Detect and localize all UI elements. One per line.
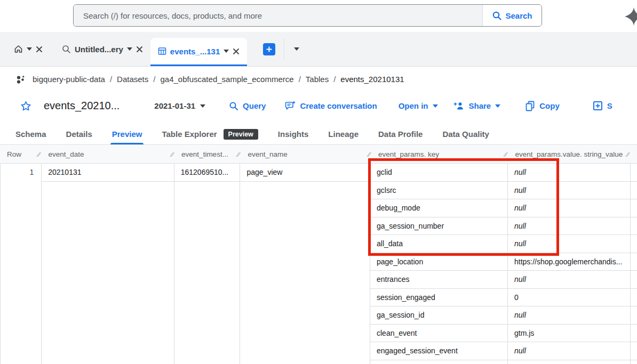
new-tab-button[interactable] [263, 43, 275, 55]
breadcrumb-tables[interactable]: Tables [306, 75, 329, 84]
tab-preview[interactable]: Preview [112, 124, 142, 144]
chevron-down-icon [200, 104, 205, 108]
event-date-cell: 20210131 [42, 164, 173, 182]
param-stub [631, 199, 637, 217]
divider [284, 39, 284, 59]
close-icon[interactable] [136, 46, 143, 53]
tab-data-profile[interactable]: Data Profile [378, 124, 423, 144]
tab-label: Table Explorer [162, 130, 217, 139]
bigquery-console: Search Untitled...ery [0, 0, 637, 364]
snapshot-button[interactable]: S [593, 101, 612, 111]
tab-insights[interactable]: Insights [278, 124, 309, 144]
tab-home[interactable] [14, 45, 43, 53]
param-value: null [508, 217, 631, 235]
event-name-column: page_view [240, 164, 370, 364]
row-number: 1 [1, 164, 41, 182]
param-stub [631, 360, 637, 364]
share-dropdown[interactable]: Share [453, 101, 501, 110]
search-icon [492, 11, 502, 21]
breadcrumb-separator: / [299, 75, 301, 84]
column-header-label: event_timest... [181, 150, 228, 158]
param-value: null [508, 182, 631, 199]
breadcrumb-separator: / [153, 75, 155, 84]
column-header-label: Row [7, 150, 21, 158]
tab-details[interactable]: Details [66, 124, 92, 144]
param-stub [631, 289, 637, 306]
tab-label: events_...131 [170, 47, 220, 56]
param-stub [631, 164, 637, 181]
tab-label: Untitled...ery [75, 45, 123, 54]
column-resize-handle[interactable] [37, 151, 41, 158]
tab-table-explorer[interactable]: Table Explorer Preview [162, 124, 258, 144]
param-key: engaged_session_event [370, 342, 508, 360]
breadcrumb-separator: / [110, 75, 112, 84]
param-row: debug_modenull [370, 199, 637, 217]
copy-button[interactable]: Copy [525, 101, 560, 111]
column-header-event-timestamp: event_timest... [174, 145, 241, 163]
close-icon[interactable] [36, 46, 43, 53]
param-key: debug_mode [370, 199, 508, 217]
column-resize-handle[interactable] [236, 151, 240, 158]
tab-schema[interactable]: Schema [15, 124, 46, 144]
gemini-sparkle-icon[interactable] [624, 7, 637, 26]
share-label: Share [469, 101, 491, 110]
param-key: gclsrc [370, 182, 508, 199]
param-value: null [508, 342, 631, 360]
column-resize-handle[interactable] [625, 151, 629, 158]
param-value: null [508, 199, 631, 217]
param-stub [631, 235, 637, 253]
param-stub [631, 342, 637, 360]
breadcrumb-table-name[interactable]: events_20210131 [340, 75, 404, 84]
breadcrumb-dataset-name[interactable]: ga4_obfuscated_sample_ecommerce [160, 75, 293, 84]
plus-icon [266, 46, 273, 53]
breadcrumb: bigquery-public-data / Datasets / ga4_ob… [0, 67, 637, 91]
column-header-event-date: event_date [42, 145, 175, 163]
param-stub [631, 253, 637, 271]
column-resize-handle[interactable] [367, 151, 370, 158]
search-button[interactable]: Search [482, 5, 542, 26]
create-conversation-label: Create conversation [300, 101, 377, 110]
query-button-label: Query [243, 101, 266, 110]
tab-data-quality[interactable]: Data Quality [442, 124, 489, 144]
copy-button-label: Copy [539, 101, 560, 110]
date-selector[interactable]: 2021-01-31 [154, 101, 205, 110]
tab-label: Data Profile [378, 130, 423, 139]
open-in-label: Open in [399, 101, 428, 110]
param-row: entrancesnull [370, 271, 637, 289]
param-row: clean_eventgtm.js [370, 325, 637, 343]
column-header-row: Row [0, 145, 42, 163]
param-key: page_location [370, 253, 508, 271]
favorite-star-icon[interactable] [20, 101, 31, 111]
query-button[interactable]: Query [229, 101, 266, 111]
tab-label: Data Quality [442, 130, 489, 139]
param-key [370, 360, 508, 364]
table-body: 1 20210131 1612069510... page_view gclid… [0, 164, 637, 364]
breadcrumb-datasets[interactable]: Datasets [117, 75, 148, 84]
project-icon [16, 75, 26, 84]
table-icon [158, 47, 166, 55]
param-row-partial [370, 360, 637, 364]
param-value: 0 [508, 289, 631, 306]
query-icon [62, 45, 71, 54]
column-resize-handle[interactable] [504, 151, 507, 158]
tab-untitled-query[interactable]: Untitled...ery [62, 45, 143, 54]
open-in-dropdown[interactable]: Open in [399, 101, 438, 110]
column-header-label: event_params.value. string_value [515, 150, 623, 158]
tab-label: Preview [112, 130, 142, 139]
column-header-stub [630, 145, 637, 163]
chat-icon [285, 101, 296, 111]
tab-lineage[interactable]: Lineage [328, 124, 359, 144]
breadcrumb-project[interactable]: bigquery-public-data [33, 75, 105, 84]
detail-tabs: Schema Details Preview Table Explorer Pr… [0, 124, 637, 145]
tab-overflow-caret[interactable] [294, 47, 299, 51]
home-icon [14, 45, 23, 53]
tab-events-table-active[interactable]: events_...131 [150, 38, 247, 66]
create-conversation-button[interactable]: Create conversation [285, 101, 377, 111]
close-icon[interactable] [233, 48, 240, 55]
search-input[interactable] [74, 5, 482, 26]
column-header-label: event_params. key [378, 150, 439, 158]
column-resize-handle[interactable] [170, 151, 173, 158]
chevron-down-icon [224, 50, 229, 53]
param-key: session_engaged [370, 289, 508, 306]
page-title: events_20210... [44, 100, 120, 112]
